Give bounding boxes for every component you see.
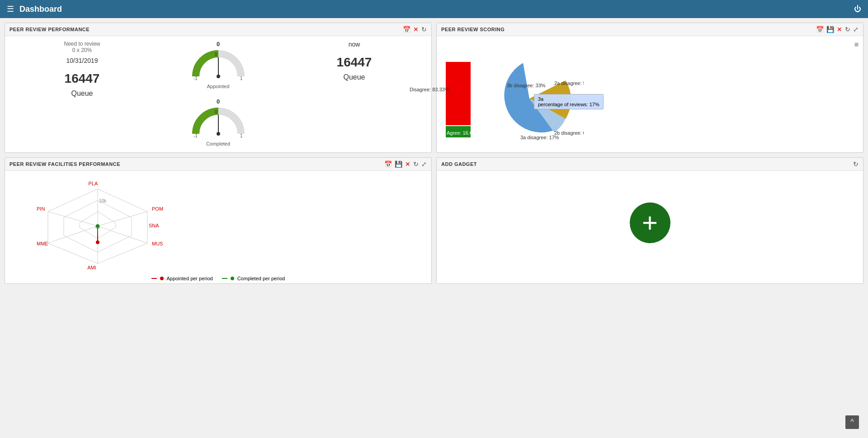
widget-header-ag: ADD GADGET ↻ — [437, 158, 863, 171]
legend-completed: Completed per period — [222, 276, 285, 281]
legend-appointed: Appointed per period — [151, 276, 213, 281]
svg-text:1: 1 — [240, 133, 243, 138]
calendar-icon-prs[interactable]: 📅 — [816, 26, 824, 33]
pie-tooltip: 3a percentage of reviews: 17% — [534, 94, 604, 109]
bar-chart: Disagree: 83.33% Agree: 16.67% — [446, 62, 471, 137]
svg-text:PLA: PLA — [89, 181, 98, 186]
header: ☰ Dashboard ⏻ — [0, 0, 868, 18]
count-right: 16447 — [337, 55, 372, 70]
svg-text:POM: POM — [152, 206, 163, 212]
now-label: now — [349, 41, 360, 48]
page-title: Dashboard — [19, 5, 62, 14]
label-3a: 3a disagree: 17% — [520, 135, 559, 140]
queue-left: Queue — [71, 89, 93, 98]
prp-right: now 16447 Queue — [286, 41, 422, 81]
refresh-icon-ag[interactable]: ↻ — [853, 160, 859, 168]
power-icon[interactable]: ⏻ — [854, 5, 861, 13]
completed-gauge-svg: -1 1 0 — [191, 107, 245, 138]
widget-actions-prp: 📅 ✕ ↻ — [403, 26, 427, 33]
prs-menu-icon[interactable]: ≡ — [441, 41, 859, 49]
radar-chart-svg: 10k 0k PLA POM MUS AMI MME PIN SNA — [14, 175, 181, 270]
save-icon-prf[interactable]: 💾 — [395, 160, 402, 168]
widget-peer-review-performance: PEER REVIEW PERFORMANCE 📅 ✕ ↻ Need to re… — [5, 23, 432, 153]
calendar-icon-prf[interactable]: 📅 — [384, 160, 392, 168]
svg-point-33 — [96, 224, 99, 228]
svg-point-1 — [217, 75, 220, 78]
prp-left: Need to review 0 x 20% 10/31/2019 16447 … — [14, 41, 150, 98]
refresh-icon-prp[interactable]: ↻ — [421, 26, 427, 33]
appointed-value: 0 — [191, 41, 245, 47]
hamburger-icon[interactable]: ☰ — [7, 4, 14, 14]
close-icon-prs[interactable]: ✕ — [837, 26, 842, 33]
widget-add-gadget: ADD GADGET ↻ + — [436, 157, 863, 284]
close-icon-prp[interactable]: ✕ — [413, 26, 419, 33]
widget-title-ag: ADD GADGET — [441, 161, 477, 167]
refresh-icon-prs[interactable]: ↻ — [845, 26, 850, 33]
header-left: ☰ Dashboard — [7, 4, 62, 14]
svg-line-19 — [48, 212, 98, 226]
svg-text:1: 1 — [240, 76, 243, 81]
svg-text:-1: -1 — [193, 133, 198, 138]
svg-line-15 — [98, 212, 147, 226]
bar-disagree: Disagree: 83.33% Agree: 16.67% — [446, 62, 471, 137]
svg-text:-1: -1 — [193, 76, 198, 81]
appointed-label: Appointed — [191, 84, 245, 89]
queue-right: Queue — [343, 73, 365, 81]
agree-label: Agree: 16.67% — [447, 130, 480, 136]
prp-center: 0 -1 1 0 Appointed — [150, 41, 286, 146]
widget-header-prs: PEER REVIEW SCORING 📅 💾 ✕ ↻ ⤢ — [437, 23, 863, 36]
label-2a: 2a disagree: 5 — [554, 80, 584, 86]
svg-text:MME: MME — [37, 241, 48, 246]
widget-title-prp: PEER REVIEW PERFORMANCE — [9, 27, 90, 32]
pie-chart-container: 3b disagree: 33% 2a disagree: 5 2b disag… — [480, 53, 584, 146]
refresh-icon-prf[interactable]: ↻ — [413, 160, 419, 168]
add-gadget-button[interactable]: + — [630, 203, 670, 243]
widget-actions-ag: ↻ — [853, 160, 859, 168]
dashboard-grid: PEER REVIEW PERFORMANCE 📅 ✕ ↻ Need to re… — [0, 18, 868, 288]
appointed-gauge-svg: -1 1 0 — [191, 49, 245, 81]
date-label: 10/31/2019 — [66, 57, 98, 64]
svg-point-6 — [217, 132, 220, 136]
tooltip-value: percentage of reviews: 17% — [538, 102, 599, 107]
widget-header-prp: PEER REVIEW PERFORMANCE 📅 ✕ ↻ — [5, 23, 431, 36]
close-icon-prf[interactable]: ✕ — [405, 160, 410, 168]
tooltip-label: 3a — [538, 96, 599, 102]
expand-icon-prs[interactable]: ⤢ — [853, 26, 859, 33]
svg-text:MUS: MUS — [152, 241, 163, 246]
svg-text:10k: 10k — [99, 198, 107, 203]
completed-value: 0 — [191, 98, 245, 105]
svg-text:SNA: SNA — [149, 223, 159, 228]
widget-header-prf: PEER REVIEW FACILITIES PERFORMANCE 📅 💾 ✕… — [5, 158, 431, 171]
need-to-review-label: Need to review 0 x 20% — [64, 41, 100, 53]
prp-body: Need to review 0 x 20% 10/31/2019 16447 … — [5, 36, 431, 151]
svg-text:0: 0 — [215, 109, 217, 114]
svg-text:PIN: PIN — [37, 206, 45, 212]
add-gadget-body: + — [437, 171, 863, 275]
widget-title-prs: PEER REVIEW SCORING — [441, 27, 505, 32]
svg-line-18 — [48, 226, 98, 243]
prs-body: ≡ Disagree: 83.33% Agree: 16.67% — [437, 36, 863, 152]
expand-icon-prf[interactable]: ⤢ — [421, 160, 427, 168]
completed-gauge-container: 0 -1 1 0 Completed — [191, 98, 245, 146]
count-left: 16447 — [65, 71, 100, 86]
svg-text:0: 0 — [215, 52, 217, 57]
widget-peer-review-scoring: PEER REVIEW SCORING 📅 💾 ✕ ↻ ⤢ ≡ Disagree… — [436, 23, 863, 153]
radar-body: 10k 0k PLA POM MUS AMI MME PIN SNA — [5, 171, 431, 283]
svg-text:AMI: AMI — [87, 265, 96, 270]
appointed-gauge-container: 0 -1 1 0 Appointed — [191, 41, 245, 89]
widget-title-prf: PEER REVIEW FACILITIES PERFORMANCE — [9, 161, 120, 167]
radar-legend: Appointed per period Completed per perio… — [14, 276, 422, 281]
scoring-chart-area: Disagree: 83.33% Agree: 16.67% — [441, 51, 859, 148]
widget-peer-review-facilities: PEER REVIEW FACILITIES PERFORMANCE 📅 💾 ✕… — [5, 157, 432, 284]
widget-actions-prf: 📅 💾 ✕ ↻ ⤢ — [384, 160, 427, 168]
label-3b: 3b disagree: 33% — [507, 83, 546, 88]
completed-label: Completed — [191, 141, 245, 146]
calendar-icon-prp[interactable]: 📅 — [403, 26, 410, 33]
svg-point-31 — [96, 240, 99, 244]
svg-line-16 — [98, 226, 147, 243]
disagree-label: Disagree: 83.33% — [410, 87, 449, 92]
save-icon-prs[interactable]: 💾 — [826, 26, 834, 33]
widget-actions-prs: 📅 💾 ✕ ↻ ⤢ — [816, 26, 859, 33]
